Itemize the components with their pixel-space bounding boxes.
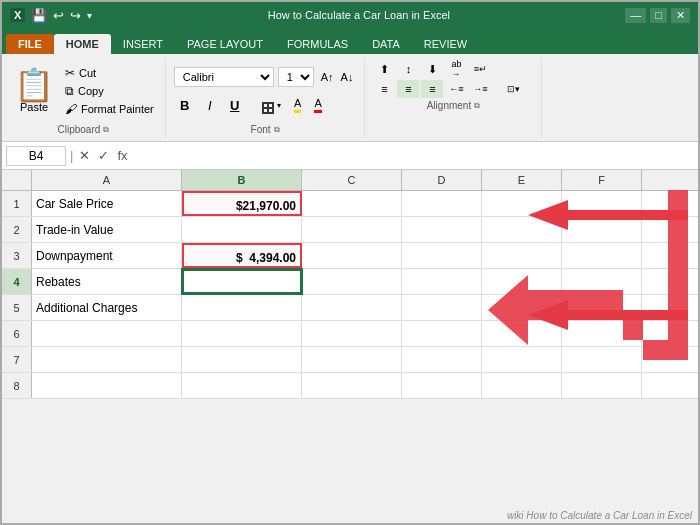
undo-icon[interactable]: ↩ [53, 8, 64, 23]
tab-formulas[interactable]: FORMULAS [275, 34, 360, 54]
align-group-expand-icon[interactable]: ⧉ [474, 101, 480, 111]
cell-b5[interactable] [182, 295, 302, 320]
cell-d6[interactable] [402, 321, 482, 346]
middle-align-button[interactable]: ↕ [397, 60, 419, 78]
cell-b7[interactable] [182, 347, 302, 372]
orient-button[interactable]: ab→ [445, 60, 467, 78]
cell-f7[interactable] [562, 347, 642, 372]
redo-icon[interactable]: ↪ [70, 8, 81, 23]
insert-function-button[interactable]: fx [115, 148, 129, 163]
borders-button[interactable]: ▾ [257, 95, 286, 116]
font-name-select[interactable]: Calibri [174, 67, 274, 87]
col-header-c[interactable]: C [302, 170, 402, 190]
cell-f2[interactable] [562, 217, 642, 242]
paste-button[interactable]: 📋 Paste [10, 67, 58, 115]
formula-input[interactable] [134, 147, 694, 165]
cell-a7[interactable] [32, 347, 182, 372]
cell-f5[interactable] [562, 295, 642, 320]
align-center-button[interactable]: ≡ [397, 80, 419, 98]
cell-c3[interactable] [302, 243, 402, 268]
font-color-button[interactable]: A [309, 95, 326, 115]
cell-f6[interactable] [562, 321, 642, 346]
col-header-b[interactable]: B [182, 170, 302, 190]
col-header-a[interactable]: A [32, 170, 182, 190]
cell-b3[interactable]: $ 4,394.00 [182, 243, 302, 268]
cell-c7[interactable] [302, 347, 402, 372]
bold-button[interactable]: B [174, 96, 196, 115]
font-group-expand-icon[interactable]: ⧉ [274, 125, 280, 135]
align-right-button[interactable]: ≡ [421, 80, 443, 98]
cell-c6[interactable] [302, 321, 402, 346]
cell-d8[interactable] [402, 373, 482, 398]
tab-home[interactable]: HOME [54, 34, 111, 54]
cell-d5[interactable] [402, 295, 482, 320]
col-header-e[interactable]: E [482, 170, 562, 190]
cell-e3[interactable] [482, 243, 562, 268]
cell-e5[interactable] [482, 295, 562, 320]
cell-e2[interactable] [482, 217, 562, 242]
increase-indent-button[interactable]: →≡ [469, 80, 491, 98]
cell-d2[interactable] [402, 217, 482, 242]
cell-e8[interactable] [482, 373, 562, 398]
cell-b1[interactable]: $21,970.00 [182, 191, 302, 216]
font-size-select[interactable]: 11 [278, 67, 314, 87]
cell-b8[interactable] [182, 373, 302, 398]
cell-a5[interactable]: Additional Charges [32, 295, 182, 320]
cell-e1[interactable] [482, 191, 562, 216]
close-button[interactable]: ✕ [671, 8, 690, 23]
formula-confirm-button[interactable]: ✓ [96, 148, 111, 163]
cell-c4[interactable] [302, 269, 402, 294]
cell-e6[interactable] [482, 321, 562, 346]
cell-b6[interactable] [182, 321, 302, 346]
underline-button[interactable]: U [224, 96, 246, 115]
clipboard-expand-icon[interactable]: ⧉ [103, 125, 109, 135]
italic-button[interactable]: I [199, 96, 221, 115]
cell-d1[interactable] [402, 191, 482, 216]
cell-f1[interactable] [562, 191, 642, 216]
cell-c2[interactable] [302, 217, 402, 242]
cell-d3[interactable] [402, 243, 482, 268]
cell-e7[interactable] [482, 347, 562, 372]
increase-font-button[interactable]: A↑ [318, 69, 337, 85]
cell-c8[interactable] [302, 373, 402, 398]
cut-button[interactable]: ✂ Cut [62, 65, 157, 81]
tab-file[interactable]: FILE [6, 34, 54, 54]
col-header-d[interactable]: D [402, 170, 482, 190]
decrease-indent-button[interactable]: ←≡ [445, 80, 467, 98]
cell-reference-box[interactable]: B4 [6, 146, 66, 166]
tab-page-layout[interactable]: PAGE LAYOUT [175, 34, 275, 54]
cell-b4[interactable] [182, 269, 302, 294]
cell-e4[interactable] [482, 269, 562, 294]
format-painter-button[interactable]: 🖌 Format Painter [62, 101, 157, 117]
merge-center-button[interactable]: ⊡▾ [493, 80, 533, 98]
cell-a6[interactable] [32, 321, 182, 346]
formula-cancel-button[interactable]: ✕ [77, 148, 92, 163]
quick-save-icon[interactable]: 💾 [31, 8, 47, 23]
cell-a3[interactable]: Downpayment [32, 243, 182, 268]
align-left-button[interactable]: ≡ [373, 80, 395, 98]
cell-c5[interactable] [302, 295, 402, 320]
qa-dropdown-icon[interactable]: ▾ [87, 10, 92, 21]
fill-color-button[interactable]: A [289, 95, 306, 115]
cell-d4[interactable] [402, 269, 482, 294]
tab-data[interactable]: DATA [360, 34, 412, 54]
tab-insert[interactable]: INSERT [111, 34, 175, 54]
window-controls[interactable]: — □ ✕ [625, 8, 690, 23]
cell-a8[interactable] [32, 373, 182, 398]
cell-d7[interactable] [402, 347, 482, 372]
cell-a4[interactable]: Rebates [32, 269, 182, 294]
maximize-button[interactable]: □ [650, 8, 667, 23]
minimize-button[interactable]: — [625, 8, 646, 23]
cell-f8[interactable] [562, 373, 642, 398]
cell-c1[interactable] [302, 191, 402, 216]
decrease-font-button[interactable]: A↓ [338, 69, 357, 85]
top-align-button[interactable]: ⬆ [373, 60, 395, 78]
cell-a2[interactable]: Trade-in Value [32, 217, 182, 242]
tab-review[interactable]: REVIEW [412, 34, 479, 54]
wrap-text-button[interactable]: ≡↵ [469, 60, 491, 78]
cell-b2[interactable] [182, 217, 302, 242]
copy-button[interactable]: ⧉ Copy [62, 83, 157, 99]
cell-f3[interactable] [562, 243, 642, 268]
cell-a1[interactable]: Car Sale Price [32, 191, 182, 216]
bottom-align-button[interactable]: ⬇ [421, 60, 443, 78]
